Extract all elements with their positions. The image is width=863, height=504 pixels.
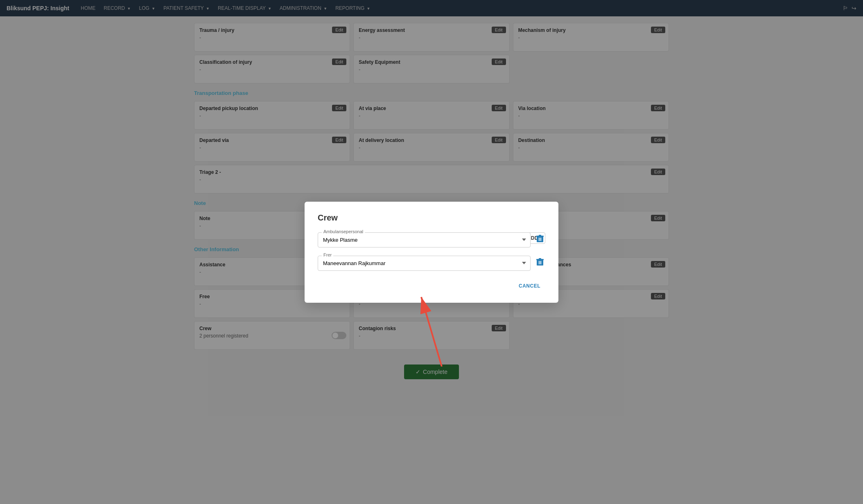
svg-rect-2 xyxy=(537,236,543,242)
svg-line-1 xyxy=(421,297,442,367)
ambulansepersonal-row: Mykke PlasmeOther Person 1Other Person 2 xyxy=(318,232,545,248)
modal-title: Crew xyxy=(318,213,545,223)
svg-rect-4 xyxy=(540,238,541,241)
svg-rect-7 xyxy=(537,260,543,266)
svg-rect-8 xyxy=(539,261,540,264)
frer-row: Maneevannan RajkummarOther Person 3Other… xyxy=(318,256,545,271)
svg-rect-11 xyxy=(539,258,541,259)
ambulansepersonal-group: Ambulansepersonal Mykke PlasmeOther Pers… xyxy=(318,232,545,248)
trash-icon-2 xyxy=(536,258,544,266)
modal-footer: CANCEL xyxy=(318,281,545,291)
ambulansepersonal-label: Ambulansepersonal xyxy=(322,229,365,234)
ambulansepersonal-delete-btn[interactable] xyxy=(535,233,545,247)
modal-overlay[interactable]: Crew ADD Ambulansepersonal Mykke PlasmeO… xyxy=(0,0,863,504)
trash-icon xyxy=(536,235,544,243)
frer-select[interactable]: Maneevannan RajkummarOther Person 3Other… xyxy=(318,256,531,271)
frer-label: Frer xyxy=(322,252,333,257)
svg-rect-9 xyxy=(540,261,541,264)
crew-modal: Crew ADD Ambulansepersonal Mykke PlasmeO… xyxy=(305,202,558,303)
frer-delete-btn[interactable] xyxy=(535,256,545,270)
svg-rect-3 xyxy=(539,238,540,241)
field1-container: ADD Ambulansepersonal Mykke PlasmeOther … xyxy=(318,232,545,248)
svg-rect-6 xyxy=(539,235,541,236)
cancel-button[interactable]: CANCEL xyxy=(514,281,545,291)
ambulansepersonal-select[interactable]: Mykke PlasmeOther Person 1Other Person 2 xyxy=(318,232,531,248)
frer-group: Frer Maneevannan RajkummarOther Person 3… xyxy=(318,256,545,271)
